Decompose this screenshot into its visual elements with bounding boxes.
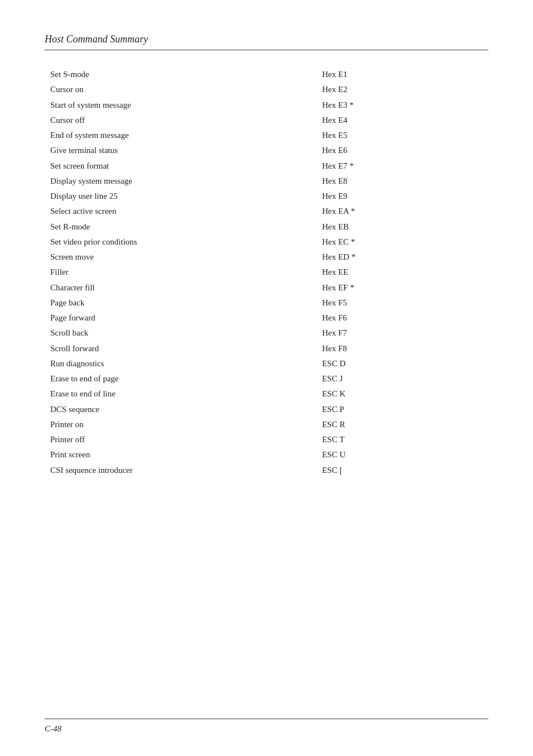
command-code: ESC T <box>311 432 488 447</box>
command-name: End of system message <box>45 128 311 143</box>
table-row: Set video prior conditionsHex EC * <box>45 235 488 250</box>
command-code: Hex E8 <box>311 174 488 189</box>
page: Host Command Summary Set S-modeHex E1Cur… <box>0 0 533 756</box>
table-row: CSI sequence introducerESC [ <box>45 463 488 478</box>
table-row: End of system messageHex E5 <box>45 128 488 143</box>
command-code: ESC U <box>311 447 488 462</box>
page-number: C-48 <box>45 724 61 733</box>
table-row: Run diagnosticsESC D <box>45 356 488 371</box>
command-code: Hex E3 * <box>311 98 488 113</box>
command-table: Set S-modeHex E1Cursor onHex E2Start of … <box>45 67 488 478</box>
page-header: Host Command Summary <box>45 34 488 50</box>
command-code: Hex ED * <box>311 250 488 265</box>
command-name: Start of system message <box>45 98 311 113</box>
command-name: Set screen format <box>45 159 311 174</box>
table-row: DCS sequenceESC P <box>45 402 488 417</box>
command-code: Hex E2 <box>311 82 488 97</box>
command-code: ESC D <box>311 356 488 371</box>
table-row: FillerHex EE <box>45 265 488 280</box>
command-code: Hex F5 <box>311 295 488 310</box>
command-code: ESC R <box>311 417 488 432</box>
table-row: Display system messageHex E8 <box>45 174 488 189</box>
command-code: Hex E6 <box>311 143 488 158</box>
command-code: ESC P <box>311 402 488 417</box>
command-name: Printer on <box>45 417 311 432</box>
command-code: Hex F6 <box>311 310 488 326</box>
command-name: Set video prior conditions <box>45 235 311 250</box>
command-name: Scroll back <box>45 326 311 341</box>
table-row: Print screenESC U <box>45 447 488 462</box>
command-code: Hex F7 <box>311 326 488 341</box>
table-row: Cursor offHex E4 <box>45 113 488 128</box>
command-name: Printer off <box>45 432 311 447</box>
command-code: Hex E4 <box>311 113 488 128</box>
command-code: Hex EF * <box>311 280 488 295</box>
page-title: Host Command Summary <box>45 34 148 45</box>
table-row: Printer onESC R <box>45 417 488 432</box>
table-row: Screen moveHex ED * <box>45 250 488 265</box>
command-code: Hex EB <box>311 219 488 235</box>
command-name: Erase to end of page <box>45 371 311 386</box>
table-row: Start of system messageHex E3 * <box>45 98 488 113</box>
table-row: Display user line 25Hex E9 <box>45 189 488 204</box>
command-name: Give terminal status <box>45 143 311 158</box>
command-name: Page forward <box>45 310 311 326</box>
command-name: Cursor on <box>45 82 311 97</box>
table-row: Page backHex F5 <box>45 295 488 310</box>
page-footer: C-48 <box>45 719 488 734</box>
command-code: Hex EA * <box>311 204 488 219</box>
table-row: Printer offESC T <box>45 432 488 447</box>
command-code: ESC K <box>311 386 488 401</box>
command-name: Character fill <box>45 280 311 295</box>
command-name: Select active screen <box>45 204 311 219</box>
table-row: Give terminal statusHex E6 <box>45 143 488 158</box>
command-code: Hex E1 <box>311 67 488 82</box>
table-row: Set R-modeHex EB <box>45 219 488 235</box>
command-name: Set R-mode <box>45 219 311 235</box>
command-code: Hex EC * <box>311 235 488 250</box>
command-code: Hex F8 <box>311 341 488 356</box>
command-name: Cursor off <box>45 113 311 128</box>
table-row: Select active screenHex EA * <box>45 204 488 219</box>
table-row: Set S-modeHex E1 <box>45 67 488 82</box>
command-name: Filler <box>45 265 311 280</box>
command-name: Scroll forward <box>45 341 311 356</box>
command-code: Hex E7 * <box>311 159 488 174</box>
command-name: Print screen <box>45 447 311 462</box>
table-row: Cursor onHex E2 <box>45 82 488 97</box>
table-row: Scroll backHex F7 <box>45 326 488 341</box>
command-name: Run diagnostics <box>45 356 311 371</box>
table-row: Character fillHex EF * <box>45 280 488 295</box>
table-row: Scroll forwardHex F8 <box>45 341 488 356</box>
command-name: Screen move <box>45 250 311 265</box>
command-name: Page back <box>45 295 311 310</box>
table-row: Page forwardHex F6 <box>45 310 488 326</box>
command-code: Hex E9 <box>311 189 488 204</box>
command-name: Set S-mode <box>45 67 311 82</box>
command-code: Hex E5 <box>311 128 488 143</box>
table-row: Erase to end of pageESC J <box>45 371 488 386</box>
command-name: Display user line 25 <box>45 189 311 204</box>
table-row: Set screen formatHex E7 * <box>45 159 488 174</box>
command-name: Erase to end of line <box>45 386 311 401</box>
table-row: Erase to end of lineESC K <box>45 386 488 401</box>
command-name: DCS sequence <box>45 402 311 417</box>
command-code: Hex EE <box>311 265 488 280</box>
command-code: ESC [ <box>311 463 488 478</box>
command-name: Display system message <box>45 174 311 189</box>
command-name: CSI sequence introducer <box>45 463 311 478</box>
command-code: ESC J <box>311 371 488 386</box>
